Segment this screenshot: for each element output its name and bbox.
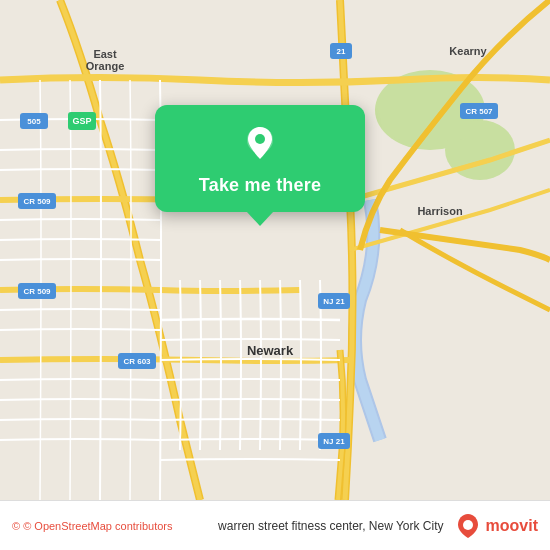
location-popup[interactable]: Take me there [155, 105, 365, 212]
svg-text:NJ 21: NJ 21 [323, 437, 345, 446]
svg-text:CR 509: CR 509 [23, 197, 51, 206]
moovit-logo: moovit [454, 512, 538, 540]
copyright-text: © © OpenStreetMap contributors [12, 520, 208, 532]
svg-text:Harrison: Harrison [417, 205, 463, 217]
location-pin-icon [239, 123, 281, 165]
moovit-text: moovit [486, 517, 538, 535]
map-view: GSP CR 509 CR 509 CR 603 NJ 21 NJ 21 21 … [0, 0, 550, 500]
svg-text:Kearny: Kearny [449, 45, 487, 57]
bottom-bar: © © OpenStreetMap contributors warren st… [0, 500, 550, 550]
svg-text:East: East [93, 48, 117, 60]
svg-text:21: 21 [337, 47, 346, 56]
svg-text:CR 507: CR 507 [465, 107, 493, 116]
svg-text:505: 505 [27, 117, 41, 126]
svg-text:GSP: GSP [72, 116, 91, 126]
copyright-label: © OpenStreetMap contributors [23, 520, 172, 532]
svg-text:CR 509: CR 509 [23, 287, 51, 296]
copyright-symbol: © [12, 520, 20, 532]
svg-text:Newark: Newark [247, 343, 294, 358]
map-svg: GSP CR 509 CR 509 CR 603 NJ 21 NJ 21 21 … [0, 0, 550, 500]
svg-point-28 [255, 134, 265, 144]
location-label: warren street fitness center, New York C… [218, 519, 443, 533]
take-me-there-label: Take me there [199, 175, 321, 196]
svg-text:Orange: Orange [86, 60, 125, 72]
popup-tail [246, 211, 274, 226]
svg-point-29 [463, 520, 473, 530]
svg-text:CR 603: CR 603 [123, 357, 151, 366]
moovit-icon [454, 512, 482, 540]
svg-text:NJ 21: NJ 21 [323, 297, 345, 306]
